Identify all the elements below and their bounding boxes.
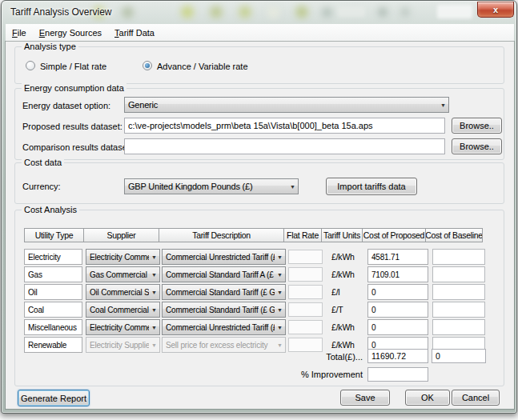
close-button[interactable]: x <box>477 2 514 18</box>
titlebar-blur-decoration <box>400 7 410 17</box>
total-proposed-field[interactable] <box>367 349 428 363</box>
cost-of-proposed-field[interactable] <box>367 319 428 335</box>
window-title: Tariff Analysis Overview <box>10 6 112 18</box>
menu-file[interactable]: File <box>6 26 33 40</box>
chevron-down-icon: ▼ <box>151 325 157 330</box>
chevron-down-icon: ▼ <box>277 307 283 313</box>
proposed-results-label: Proposed results dataset: <box>22 122 122 131</box>
menu-tariff-data[interactable]: Tariff Data <box>108 26 161 40</box>
titlebar-blur-decoration <box>181 6 194 18</box>
supplier-value: Gas Commercial Su <box>90 270 149 279</box>
cancel-button[interactable]: Cancel <box>452 390 500 406</box>
utility-type-field[interactable] <box>24 319 82 335</box>
tariff-units-label: £/kWh <box>331 252 355 262</box>
tariff-units-label: £/l <box>331 287 340 297</box>
supplier-select[interactable]: Coal Commercial Su ▼ <box>86 302 160 318</box>
radio-advance-variable-rate[interactable] <box>143 61 152 70</box>
titlebar-blur-decoration <box>338 6 365 17</box>
supplier-select[interactable]: Electricity Commerc ▼ <box>86 319 160 335</box>
cost-of-proposed-field[interactable] <box>367 249 428 265</box>
cost-of-proposed-field[interactable] <box>367 284 428 300</box>
analysis-type-legend: Analysis type <box>22 42 78 51</box>
tariff-description-value: Commercial Standard Tariff (£ GBP <box>166 306 275 314</box>
radio-advance-label: Advance / Variable rate <box>157 62 248 71</box>
titlebar-blur-decoration <box>378 7 387 17</box>
radio-simple-label: Simple / Flat rate <box>40 62 106 71</box>
tariff-description-select[interactable]: Commercial Unrestricted Tariff (£ G ▼ <box>162 249 286 265</box>
currency-value: GBP United Kingdom Pounds (£) <box>128 182 287 191</box>
cost-of-proposed-field[interactable] <box>367 302 428 318</box>
menu-energy-sources[interactable]: Energy Sources <box>33 26 108 40</box>
titlebar-blur-decoration <box>322 7 332 18</box>
supplier-select[interactable]: Electricity Commerc ▼ <box>86 249 160 265</box>
flat-rate-field <box>288 250 323 264</box>
radio-simple-flat-rate[interactable] <box>26 61 35 70</box>
chevron-down-icon: ▼ <box>277 290 283 295</box>
energy-dataset-option-label: Energy dataset option: <box>22 101 110 110</box>
proposed-results-input[interactable] <box>124 118 445 134</box>
tariff-description-value: Sell price for excess electricity <box>166 341 275 350</box>
utility-type-field[interactable] <box>24 249 82 265</box>
column-header-flat-rate: Flat Rate <box>283 228 322 242</box>
chevron-down-icon: ▼ <box>151 272 157 278</box>
utility-type-field[interactable] <box>24 302 82 318</box>
chevron-down-icon: ▼ <box>151 307 157 313</box>
comparison-results-input[interactable] <box>124 138 445 154</box>
ok-button[interactable]: OK <box>405 390 450 406</box>
cost-of-proposed-field[interactable] <box>367 266 428 282</box>
browse-proposed-button[interactable]: Browse.. <box>452 118 502 134</box>
tariff-description-select[interactable]: Commercial Unrestricted Tariff (£ G ▼ <box>162 319 286 335</box>
column-header-cost-of-baseline: Cost of Baseline <box>425 228 483 242</box>
flat-rate-field <box>288 338 323 352</box>
tariff-description-select[interactable]: Commercial Standard Tariff A (£ GE ▼ <box>162 266 286 282</box>
cost-row: Electricity Commerc ▼ Commercial Unrestr… <box>24 249 488 265</box>
improvement-field[interactable] <box>367 367 428 382</box>
window-titlebar[interactable]: Tariff Analysis Overview <box>3 2 516 23</box>
tariff-units-label: £/kWh <box>331 340 355 350</box>
energy-dataset-option-select[interactable]: Generic ▼ <box>124 97 449 113</box>
utility-type-field[interactable] <box>24 266 82 282</box>
cost-of-baseline-field <box>432 249 485 265</box>
titlebar-blur-decoration <box>210 6 223 18</box>
tariff-description-value: Commercial Unrestricted Tariff (£ G <box>166 253 275 262</box>
supplier-select[interactable]: Electricity Supplier1 ▼ <box>86 337 160 353</box>
table-rows: Electricity Commerc ▼ Commercial Unrestr… <box>24 249 488 353</box>
column-header-cost-of-proposed: Cost of Proposed <box>362 228 426 242</box>
close-icon: x <box>493 5 498 14</box>
utility-type-field[interactable] <box>24 337 82 353</box>
table-header-row: Utility Type Supplier Tariff Description… <box>24 228 488 242</box>
titlebar-blur-decoration <box>437 5 472 18</box>
chevron-down-icon: ▼ <box>277 325 283 330</box>
energy-dataset-option-value: Generic <box>128 100 438 110</box>
utility-type-field[interactable] <box>24 284 82 300</box>
cost-analysis-table: Utility Type Supplier Tariff Description… <box>24 228 488 354</box>
cost-data-legend: Cost data <box>22 158 64 167</box>
supplier-select[interactable]: Oil Commercial Sup ▼ <box>86 284 160 300</box>
total-baseline-field[interactable] <box>432 349 486 363</box>
tariff-description-select[interactable]: Sell price for excess electricity ▼ <box>162 337 286 353</box>
flat-rate-field <box>288 320 323 334</box>
tariff-units-label: £/T <box>331 305 343 314</box>
supplier-value: Electricity Commerc <box>90 253 149 262</box>
browse-comparison-button[interactable]: Browse.. <box>452 138 502 154</box>
tariff-description-value: Commercial Standard Tariff A (£ GE <box>166 270 275 279</box>
supplier-value: Electricity Supplier1 <box>90 341 149 350</box>
import-tariffs-button[interactable]: Import tariffs data <box>326 178 417 195</box>
menu-bar: File Energy Sources Tariff Data <box>6 24 514 42</box>
screenshot-stage: Tariff Analysis Overview x File Energy S… <box>0 0 518 420</box>
generate-report-button[interactable]: Generate Report <box>18 390 90 406</box>
tariff-description-select[interactable]: Commercial Standard Tariff (£ GBP ▼ <box>162 284 286 300</box>
supplier-value: Coal Commercial Su <box>90 306 149 314</box>
supplier-value: Oil Commercial Sup <box>90 288 149 297</box>
cost-row: Gas Commercial Su ▼ Commercial Standard … <box>24 266 488 282</box>
chevron-down-icon: ▼ <box>151 290 157 295</box>
save-button[interactable]: Save <box>340 390 390 406</box>
energy-consumption-legend: Energy consumption data <box>22 83 126 93</box>
cost-row: Electricity Commerc ▼ Commercial Unrestr… <box>24 319 488 335</box>
tariff-description-select[interactable]: Commercial Standard Tariff (£ GBP ▼ <box>162 302 286 318</box>
currency-label: Currency: <box>22 182 61 191</box>
flat-rate-field <box>288 302 323 317</box>
supplier-select[interactable]: Gas Commercial Su ▼ <box>86 266 160 282</box>
titlebar-blur-decoration <box>295 6 308 18</box>
currency-select[interactable]: GBP United Kingdom Pounds (£) ▼ <box>124 178 299 194</box>
